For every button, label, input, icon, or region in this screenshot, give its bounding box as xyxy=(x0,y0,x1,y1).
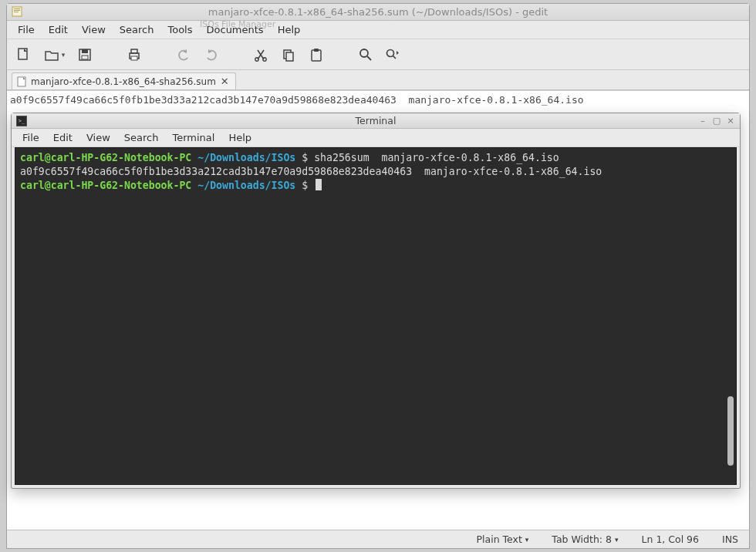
editor-hash: a0f9c6557f49ca66c5f0fb1be3d33a212cad3b14… xyxy=(10,94,397,106)
status-syntax-label: Plain Text xyxy=(477,533,522,545)
editor-filename: manjaro-xfce-0.8.1-x86_64.iso xyxy=(409,94,584,106)
svg-rect-9 xyxy=(131,49,137,53)
close-tab-icon[interactable]: ✕ xyxy=(221,76,229,87)
svg-rect-2 xyxy=(14,10,20,11)
status-syntax-selector[interactable]: Plain Text ▾ xyxy=(477,533,529,545)
term-menu-file[interactable]: File xyxy=(16,130,46,146)
paste-icon[interactable] xyxy=(308,46,325,63)
svg-rect-14 xyxy=(286,52,293,61)
chevron-down-icon: ▾ xyxy=(525,536,529,544)
find-icon[interactable] xyxy=(357,46,374,63)
terminal-scrollbar-thumb[interactable] xyxy=(727,396,734,466)
terminal-line-cmd: carl@carl-HP-G62-Notebook-PC ~/Downloads… xyxy=(20,151,731,165)
menu-file[interactable]: File xyxy=(12,22,41,38)
terminal-command: sha256sum manjaro-xfce-0.8.1-x86_64.iso xyxy=(314,152,559,163)
document-icon xyxy=(17,76,26,87)
menu-tools[interactable]: Tools xyxy=(161,22,198,38)
gedit-statusbar: Plain Text ▾ Tab Width: 8 ▾ Ln 1, Col 96… xyxy=(7,530,749,548)
terminal-menubar: File Edit View Search Terminal Help xyxy=(12,129,740,147)
prompt-userhost: carl@carl-HP-G62-Notebook-PC xyxy=(20,152,191,163)
new-document-icon[interactable] xyxy=(15,46,32,63)
status-tabwidth-label: Tab Width: xyxy=(552,533,602,545)
print-icon[interactable] xyxy=(126,46,143,63)
menu-help[interactable]: Help xyxy=(272,22,307,38)
editor-content[interactable]: a0f9c6557f49ca66c5f0fb1be3d33a212cad3b14… xyxy=(7,91,749,109)
save-document-icon[interactable] xyxy=(76,46,93,63)
prompt-path: ~/Downloads/ISOs xyxy=(197,152,295,163)
terminal-window: Terminal – ▢ × File Edit View Search Ter… xyxy=(11,113,741,489)
document-tab-label: manjaro-xfce-0.8.1-x86_64-sha256.sum xyxy=(31,76,216,87)
gedit-menubar: File Edit View Search Tools Documents He… xyxy=(7,21,749,39)
undo-icon[interactable] xyxy=(175,46,192,63)
terminal-output-file: manjaro-xfce-0.8.1-x86_64.iso xyxy=(424,166,602,177)
prompt-sep: $ xyxy=(295,180,314,191)
menu-edit[interactable]: Edit xyxy=(42,22,74,38)
svg-rect-3 xyxy=(14,12,19,12)
term-menu-view[interactable]: View xyxy=(80,130,116,146)
terminal-app-icon xyxy=(16,116,27,126)
status-cursor-position: Ln 1, Col 96 xyxy=(642,533,700,545)
svg-rect-4 xyxy=(19,49,27,59)
chevron-down-icon: ▾ xyxy=(62,51,66,59)
svg-point-11 xyxy=(255,57,258,60)
prompt-userhost: carl@carl-HP-G62-Notebook-PC xyxy=(20,180,191,191)
terminal-line-output: a0f9c6557f49ca66c5f0fb1be3d33a212cad3b14… xyxy=(20,165,731,179)
terminal-line-prompt: carl@carl-HP-G62-Notebook-PC ~/Downloads… xyxy=(20,179,731,193)
editor-scrollbar[interactable] xyxy=(740,93,748,519)
gedit-app-icon xyxy=(12,6,22,17)
term-menu-help[interactable]: Help xyxy=(222,130,258,146)
svg-rect-16 xyxy=(314,49,319,52)
terminal-scrollbar[interactable] xyxy=(727,150,734,483)
term-menu-edit[interactable]: Edit xyxy=(47,130,79,146)
svg-rect-1 xyxy=(14,8,20,9)
svg-rect-10 xyxy=(131,56,137,60)
status-tabwidth-selector[interactable]: Tab Width: 8 ▾ xyxy=(552,533,618,545)
status-tabwidth-value: 8 xyxy=(606,533,612,545)
cut-icon[interactable] xyxy=(252,46,269,63)
document-tab[interactable]: manjaro-xfce-0.8.1-x86_64-sha256.sum ✕ xyxy=(12,72,236,89)
minimize-button[interactable]: – xyxy=(698,116,707,126)
menu-view[interactable]: View xyxy=(76,22,112,38)
terminal-title: Terminal xyxy=(356,115,397,126)
terminal-cursor xyxy=(316,179,322,190)
find-replace-icon[interactable] xyxy=(385,46,402,63)
svg-rect-7 xyxy=(82,56,88,59)
prompt-path: ~/Downloads/ISOs xyxy=(197,180,295,191)
term-menu-search[interactable]: Search xyxy=(118,130,165,146)
svg-point-12 xyxy=(263,57,266,60)
terminal-body[interactable]: carl@carl-HP-G62-Notebook-PC ~/Downloads… xyxy=(15,147,737,485)
menu-search[interactable]: Search xyxy=(113,22,160,38)
copy-icon[interactable] xyxy=(280,46,297,63)
svg-rect-15 xyxy=(312,50,321,61)
gedit-title: manjaro-xfce-0.8.1-x86_64-sha256.sum (~/… xyxy=(208,6,548,18)
maximize-button[interactable]: ▢ xyxy=(712,116,721,126)
terminal-titlebar[interactable]: Terminal – ▢ × xyxy=(12,113,740,129)
status-insert-mode: INS xyxy=(722,533,738,545)
gedit-tabstrip: manjaro-xfce-0.8.1-x86_64-sha256.sum ✕ xyxy=(7,70,749,90)
svg-point-18 xyxy=(387,49,394,56)
svg-point-17 xyxy=(360,49,368,57)
term-menu-terminal[interactable]: Terminal xyxy=(166,130,221,146)
close-button[interactable]: × xyxy=(726,116,735,126)
chevron-down-icon: ▾ xyxy=(615,536,619,544)
prompt-sep: $ xyxy=(295,152,314,163)
gedit-titlebar[interactable]: manjaro-xfce-0.8.1-x86_64-sha256.sum (~/… xyxy=(7,4,749,21)
gedit-toolbar: ▾ xyxy=(7,39,749,70)
open-document-icon[interactable]: ▾ xyxy=(42,46,66,63)
menu-documents[interactable]: Documents xyxy=(201,22,270,38)
redo-icon[interactable] xyxy=(203,46,220,63)
terminal-output-hash: a0f9c6557f49ca66c5f0fb1be3d33a212cad3b14… xyxy=(20,166,412,177)
svg-rect-6 xyxy=(82,49,88,53)
window-controls: – ▢ × xyxy=(698,116,735,126)
